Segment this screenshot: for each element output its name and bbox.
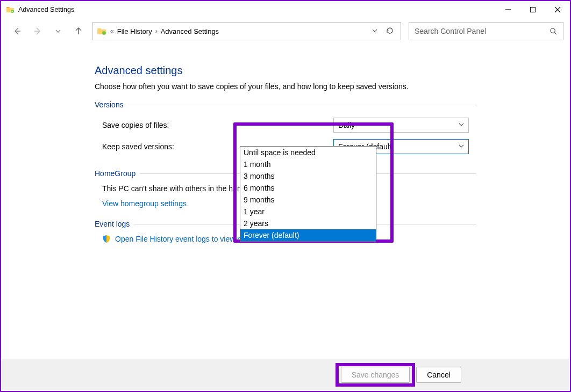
search-icon — [549, 27, 558, 35]
dropdown-option[interactable]: 9 months — [240, 194, 376, 206]
page-subtitle: Choose how often you want to save copies… — [95, 82, 548, 91]
maximize-button[interactable] — [520, 2, 545, 18]
dropdown-option-selected[interactable]: Forever (default) — [240, 229, 376, 241]
up-button[interactable] — [72, 25, 85, 38]
content-area: Advanced settings Choose how often you w… — [1, 42, 570, 243]
svg-point-8 — [102, 31, 106, 35]
svg-line-10 — [554, 32, 556, 34]
search-placeholder: Search Control Panel — [415, 27, 545, 35]
address-bar[interactable]: « File History › Advanced Settings — [92, 22, 401, 40]
chevron-right-icon: › — [155, 27, 158, 35]
breadcrumb-seg-2[interactable]: Advanced Settings — [161, 27, 219, 35]
chevron-down-icon — [459, 143, 464, 150]
row-save-copies: Save copies of files: Daily — [95, 114, 476, 136]
svg-point-0 — [11, 10, 14, 13]
chevron-down-icon[interactable] — [372, 27, 378, 35]
recent-locations-button[interactable] — [52, 25, 65, 38]
close-button[interactable] — [545, 2, 570, 18]
section-label: HomeGroup — [95, 169, 135, 178]
shield-icon — [102, 235, 111, 243]
svg-point-9 — [551, 28, 555, 32]
save-copies-select[interactable]: Daily — [333, 118, 469, 133]
dropdown-option[interactable]: 6 months — [240, 182, 376, 194]
keep-versions-dropdown[interactable]: Until space is needed 1 month 3 months 6… — [240, 146, 376, 242]
navigation-bar: « File History › Advanced Settings Searc… — [1, 20, 570, 42]
search-input[interactable]: Search Control Panel — [409, 22, 563, 40]
page-title: Advanced settings — [95, 64, 548, 77]
dropdown-option[interactable]: 1 year — [240, 206, 376, 217]
back-button[interactable] — [11, 25, 24, 38]
footer-bar: Save changes Cancel — [2, 359, 569, 390]
address-right — [372, 26, 397, 37]
dropdown-option[interactable]: 2 years — [240, 217, 376, 229]
title-bar: Advanced Settings — [1, 1, 570, 18]
dropdown-option[interactable]: 1 month — [240, 158, 376, 170]
chevron-down-icon — [459, 122, 464, 128]
breadcrumb-prefix: « — [110, 27, 114, 35]
minimize-button[interactable] — [496, 2, 520, 18]
folder-icon — [5, 5, 15, 14]
save-changes-button[interactable]: Save changes — [341, 367, 410, 383]
save-copies-value: Daily — [338, 121, 355, 129]
dropdown-option[interactable]: 3 months — [240, 170, 376, 182]
title-left: Advanced Settings — [3, 5, 74, 14]
window-title: Advanced Settings — [18, 6, 74, 13]
save-copies-label: Save copies of files: — [102, 121, 333, 129]
svg-rect-2 — [531, 8, 536, 12]
window-frame: Advanced Settings « File History › — [0, 0, 571, 392]
window-controls — [496, 2, 570, 18]
section-header-versions: Versions — [95, 100, 476, 111]
forward-button[interactable] — [31, 25, 44, 38]
dropdown-option[interactable]: Until space is needed — [240, 147, 376, 158]
section-label: Versions — [95, 100, 124, 109]
divider — [128, 105, 476, 105]
refresh-button[interactable] — [386, 26, 394, 37]
cancel-button[interactable]: Cancel — [416, 367, 461, 383]
folder-icon — [96, 26, 107, 37]
section-label: Event logs — [95, 220, 130, 228]
breadcrumb-seg-1[interactable]: File History — [117, 27, 152, 35]
homegroup-settings-link[interactable]: View homegroup settings — [102, 199, 187, 208]
